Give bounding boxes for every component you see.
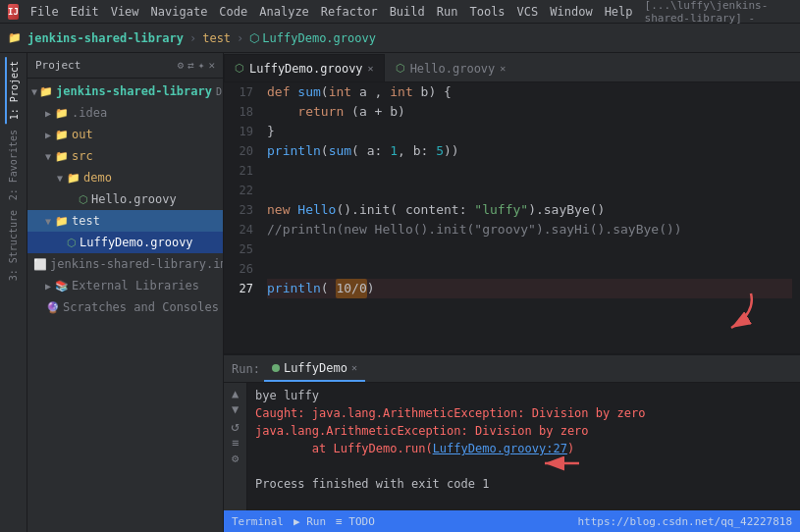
menu-refactor[interactable]: Refactor [321, 5, 378, 19]
file-tree: ▼ 📁 jenkins-shared-library D:\workspace\… [27, 79, 223, 532]
tab-hello[interactable]: ⬡ Hello.groovy ✕ [385, 54, 517, 81]
groovy-icon-hello: ⬡ [79, 193, 88, 206]
output-link-luffy-groovy[interactable]: LuffyDemo.groovy:27 [433, 442, 567, 455]
tree-item-hello-groovy[interactable]: ⬡ Hello.groovy [27, 188, 223, 210]
status-run[interactable]: ▶ Run [293, 515, 326, 528]
code-line-22 [267, 181, 792, 200]
folder-icon-root: 📁 [39, 85, 53, 98]
sidebar-gear-icon[interactable]: ✦ [198, 59, 205, 72]
menu-help[interactable]: Help [605, 5, 633, 19]
tree-item-scratches[interactable]: 🔮 Scratches and Consoles [27, 296, 223, 318]
code-line-17: def sum(int a , int b) { [267, 82, 792, 102]
run-tab-close[interactable]: ✕ [351, 362, 357, 373]
tree-label-root: jenkins-shared-library [56, 84, 212, 98]
run-tab-bar: Run: LuffyDemo ✕ [224, 355, 800, 383]
tree-item-luffy-demo[interactable]: ⬡ LuffyDemo.groovy [27, 232, 223, 253]
output-line-bye: bye luffy [255, 387, 792, 404]
run-content-area: ▲ ▼ ↺ ≡ ⚙ bye luffy Caught: java.lang.Ar… [224, 383, 800, 510]
code-line-23: new Hello().init( content: "luffy").sayB… [267, 200, 792, 220]
tree-label-ext: External Libraries [72, 279, 199, 293]
menu-file[interactable]: File [30, 5, 59, 19]
status-right: https://blog.csdn.net/qq_42227818 [577, 515, 792, 528]
code-editor[interactable]: 17 18 19 20 21 22 23 24 25 26 27 def sum… [224, 82, 800, 353]
tree-label-out: out [72, 128, 93, 141]
output-line-exception: java.lang.ArithmeticException: Division … [255, 422, 792, 440]
run-label: Run: [232, 362, 260, 376]
tree-label-src: src [72, 149, 93, 163]
tree-arrow-root: ▼ [31, 86, 37, 97]
tree-arrow-demo: ▼ [55, 173, 65, 184]
status-todo[interactable]: ≡ TODO [336, 515, 375, 528]
code-line-24: //println(new Hello().init("groovy").say… [267, 220, 792, 239]
tree-item-ext-libs[interactable]: ▶ 📚 External Libraries [27, 275, 223, 296]
tree-label-idea: .idea [72, 106, 107, 120]
tree-label-test: test [72, 214, 100, 228]
code-line-20: println(sum( a: 1, b: 5)) [267, 141, 792, 161]
menu-edit[interactable]: Edit [71, 5, 99, 19]
breadcrumb-project[interactable]: jenkins-shared-library [27, 31, 184, 45]
menu-run[interactable]: Run [437, 5, 458, 19]
menu-vcs[interactable]: VCS [517, 5, 539, 19]
tab-hello-label: Hello.groovy [410, 62, 496, 76]
tree-item-test[interactable]: ▼ 📁 test [27, 210, 223, 232]
menu-tools[interactable]: Tools [469, 5, 505, 19]
run-settings-btn[interactable]: ⚙ [232, 452, 239, 465]
tree-label-iml: jenkins-shared-library.iml [50, 257, 223, 271]
tree-arrow-test: ▼ [43, 216, 53, 227]
tree-item-idea[interactable]: ▶ 📁 .idea [27, 102, 223, 124]
tab-luffy-label: LuffyDemo.groovy [249, 62, 363, 76]
breadcrumb-file-label: LuffyDemo.groovy [262, 31, 376, 45]
status-left: Terminal ▶ Run ≡ TODO [232, 515, 375, 528]
iml-icon: ⬜ [33, 258, 47, 271]
breadcrumb-file[interactable]: ⬡ LuffyDemo.groovy [249, 31, 376, 45]
vtab-structure[interactable]: 3: Structure [6, 206, 21, 285]
tree-item-src[interactable]: ▼ 📁 src [27, 145, 223, 167]
menu-analyze[interactable]: Analyze [259, 5, 309, 19]
menu-code[interactable]: Code [219, 5, 247, 19]
sidebar-settings-icon[interactable]: ⚙ [178, 59, 185, 72]
breadcrumb-sep1: › [189, 31, 196, 45]
status-terminal[interactable]: Terminal [232, 515, 284, 528]
menu-build[interactable]: Build [390, 5, 425, 19]
vtab-favorites[interactable]: 2: Favorites [6, 126, 21, 204]
tab-bar: ⬡ LuffyDemo.groovy ✕ ⬡ Hello.groovy ✕ [224, 53, 800, 82]
menu-view[interactable]: View [111, 5, 139, 19]
menu-window[interactable]: Window [550, 5, 592, 19]
breadcrumb-test[interactable]: test [202, 31, 231, 45]
breadcrumb-test-label: test [202, 31, 231, 45]
tree-item-root[interactable]: ▼ 📁 jenkins-shared-library D:\workspace\… [27, 80, 223, 102]
tab-luffy-demo[interactable]: ⬡ LuffyDemo.groovy ✕ [224, 54, 385, 81]
tree-label-scratches: Scratches and Consoles [63, 300, 219, 314]
folder-icon-test: 📁 [55, 215, 69, 228]
status-url[interactable]: https://blog.csdn.net/qq_42227818 [577, 515, 792, 528]
tree-item-iml[interactable]: ⬜ jenkins-shared-library.iml [27, 253, 223, 275]
fn-sum: sum [297, 82, 320, 102]
vertical-tabs-strip: 1: Project 2: Favorites 3: Structure [0, 53, 27, 532]
run-tab-luffy[interactable]: LuffyDemo ✕ [264, 356, 365, 382]
vtab-project[interactable]: 1: Project [5, 57, 22, 124]
tab-hello-close[interactable]: ✕ [500, 63, 506, 74]
tree-item-out[interactable]: ▶ 📁 out [27, 124, 223, 145]
tree-arrow-ext: ▶ [43, 281, 53, 292]
menu-navigate[interactable]: Navigate [151, 5, 208, 19]
code-content[interactable]: def sum(int a , int b) { return (a + b) … [259, 82, 800, 353]
groovy-icon-luffy: ⬡ [67, 237, 77, 249]
run-rerun-btn[interactable]: ↺ [231, 418, 239, 434]
run-filter-btn[interactable]: ≡ [232, 436, 239, 450]
toolbar: 📁 jenkins-shared-library › test › ⬡ Luff… [0, 24, 800, 53]
run-restart-btn[interactable]: ▲ [232, 387, 239, 400]
tree-arrow-out: ▶ [43, 130, 53, 140]
bottom-panel: Run: LuffyDemo ✕ ▲ ▼ ↺ ≡ ⚙ [224, 353, 800, 510]
run-stop-btn[interactable]: ▼ [232, 402, 239, 416]
folder-icon-src: 📁 [55, 150, 69, 163]
code-line-19: } [267, 122, 792, 141]
tab-luffy-close[interactable]: ✕ [368, 63, 374, 74]
breadcrumb-sep2: › [237, 31, 243, 45]
sidebar-split-icon[interactable]: ⇄ [187, 59, 194, 72]
run-toolbar: ▲ ▼ ↺ ≡ ⚙ [224, 383, 247, 510]
main-area: 1: Project 2: Favorites 3: Structure Pro… [0, 53, 800, 532]
sidebar-close-icon[interactable]: ✕ [208, 59, 215, 72]
tree-item-demo[interactable]: ▼ 📁 demo [27, 167, 223, 188]
menu-bar: IJ File Edit View Navigate Code Analyze … [0, 0, 800, 24]
sidebar-toolbar: ⚙ ⇄ ✦ ✕ [178, 59, 216, 72]
